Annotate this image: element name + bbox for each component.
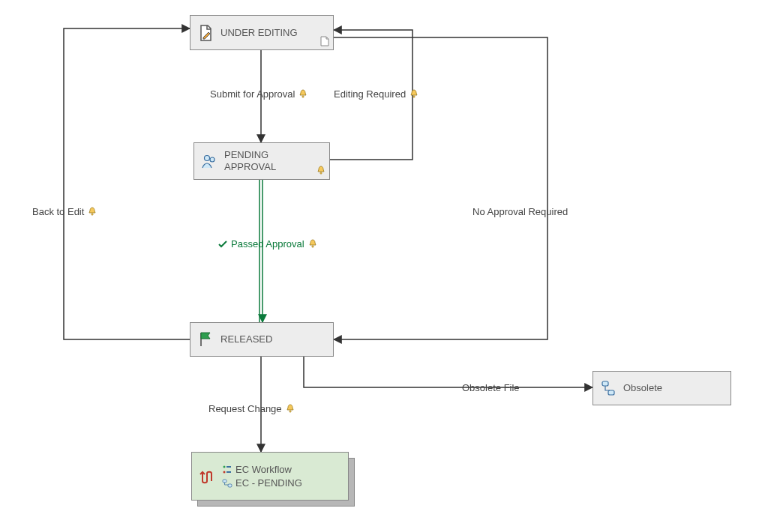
workflow-icon xyxy=(599,379,617,397)
state-under-editing[interactable]: UNDER EDITING xyxy=(190,15,334,50)
state-label: Obsolete xyxy=(623,382,662,394)
svg-rect-3 xyxy=(602,381,608,386)
svg-point-5 xyxy=(224,465,226,468)
state-label: RELEASED xyxy=(220,333,272,345)
bell-icon xyxy=(308,239,318,250)
workflow-diagram: UNDER EDITING PENDING APPROVAL RELEASED … xyxy=(0,0,768,532)
svg-rect-9 xyxy=(223,480,226,483)
edge-text: Request Change xyxy=(208,403,282,414)
ec-line1: EC Workflow xyxy=(236,464,292,475)
edge-text: Obsolete File xyxy=(462,382,520,393)
bell-icon xyxy=(409,89,419,100)
loop-icon xyxy=(198,468,216,486)
edge-back-to-edit: Back to Edit xyxy=(32,206,98,217)
edge-text: Passed Approval xyxy=(231,238,304,250)
people-icon xyxy=(200,152,218,170)
edge-text: Back to Edit xyxy=(32,206,84,217)
edge-passed-approval: Passed Approval xyxy=(218,238,318,250)
bell-icon xyxy=(298,89,308,100)
edge-editing-required: Editing Required xyxy=(334,88,419,100)
flag-icon xyxy=(196,330,214,348)
list-icon xyxy=(222,465,232,475)
bell-icon xyxy=(87,207,98,217)
connector-lines xyxy=(0,0,768,532)
svg-point-12 xyxy=(413,95,415,97)
check-icon xyxy=(218,239,228,250)
edge-text: Editing Required xyxy=(334,88,406,100)
state-released[interactable]: RELEASED xyxy=(190,322,334,357)
svg-point-1 xyxy=(210,157,214,162)
svg-point-11 xyxy=(302,95,304,97)
svg-rect-10 xyxy=(228,484,232,487)
ec-line2: EC - PENDING xyxy=(236,477,302,489)
svg-point-2 xyxy=(320,172,322,174)
svg-rect-4 xyxy=(608,390,614,395)
svg-point-15 xyxy=(289,410,290,411)
svg-point-13 xyxy=(92,213,93,214)
edge-text: No Approval Required xyxy=(472,206,568,217)
bell-icon xyxy=(316,166,326,176)
bell-icon xyxy=(285,404,296,414)
document-corner-icon xyxy=(320,36,330,46)
edge-obsolete-file: Obsolete File xyxy=(462,382,520,393)
edge-text: Submit for Approval xyxy=(210,88,295,100)
svg-rect-8 xyxy=(226,471,231,473)
edge-no-approval-required: No Approval Required xyxy=(472,206,568,217)
svg-point-0 xyxy=(205,156,210,161)
state-label: UNDER EDITING xyxy=(220,27,298,39)
svg-rect-7 xyxy=(226,466,231,468)
state-label: PENDING APPROVAL xyxy=(224,149,276,172)
svg-point-6 xyxy=(224,471,226,473)
edge-submit-for-approval: Submit for Approval xyxy=(210,88,308,100)
svg-point-14 xyxy=(311,245,313,247)
edge-request-change: Request Change xyxy=(208,403,296,414)
state-ec-workflow[interactable]: EC Workflow EC - PENDING xyxy=(191,452,349,501)
state-obsolete[interactable]: Obsolete xyxy=(592,371,731,405)
state-pending-approval[interactable]: PENDING APPROVAL xyxy=(194,142,330,180)
workflow-small-icon xyxy=(222,478,232,489)
edit-document-icon xyxy=(196,24,214,42)
